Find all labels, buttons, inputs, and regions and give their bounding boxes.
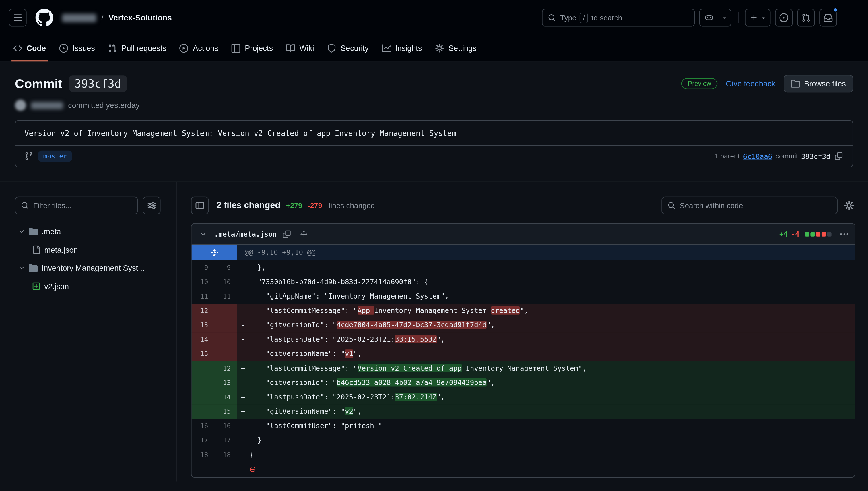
create-new-button[interactable] — [745, 9, 771, 27]
expand-hunk-button[interactable] — [192, 245, 237, 260]
copilot-dropdown-button[interactable] — [718, 9, 731, 26]
copy-file-path-button[interactable] — [282, 229, 292, 239]
global-nav-menu-button[interactable] — [9, 9, 27, 27]
user-avatar[interactable] — [841, 9, 859, 27]
no-newline-icon: ⊖ — [249, 464, 256, 474]
commit-meta-row: master 1 parent 6c10aa6 commit 393cf3d — [16, 146, 852, 167]
tab-actions[interactable]: Actions — [174, 35, 224, 61]
new-line-number — [214, 347, 237, 361]
new-line-number: 17 — [214, 433, 237, 447]
diff-block-neutral — [827, 232, 831, 236]
diff-file-path: .meta/meta.json — [214, 230, 277, 238]
commit-author-row: committed yesterday — [15, 99, 853, 111]
search-within-code-text-input[interactable] — [680, 201, 832, 210]
diff-line-del: 15- "gitVersionName": "v1", — [192, 347, 855, 361]
file-filter-options-button[interactable] — [143, 197, 161, 214]
kebab-icon — [840, 230, 848, 238]
inbox-button[interactable] — [819, 9, 837, 27]
diff-line-del: 13- "gitVersionId": "4cde7004-4a05-47d2-… — [192, 318, 855, 332]
diff-line-add: 14+ "lastpushDate": "2025-02-23T21:37:02… — [192, 390, 855, 404]
chevron-down-icon[interactable] — [19, 228, 25, 235]
unfold-icon — [210, 249, 218, 256]
search-icon — [548, 14, 556, 22]
tab-issues[interactable]: Issues — [54, 35, 100, 61]
github-mark-icon — [35, 9, 53, 27]
breadcrumb-repo-link[interactable]: Vertex-Solutions — [108, 13, 172, 22]
move-icon[interactable] — [300, 230, 308, 238]
diff-line-ctx: 1111 "gitAppName": "Inventory Management… — [192, 289, 855, 304]
file-filter-row — [15, 197, 160, 214]
copy-sha-button[interactable] — [834, 151, 844, 162]
file-options-button[interactable] — [839, 229, 849, 239]
search-within-code-input[interactable] — [661, 197, 837, 214]
breadcrumb-owner-redacted[interactable] — [62, 13, 96, 22]
tab-security[interactable]: Security — [322, 35, 374, 61]
github-commit-page: / Vertex-Solutions Type/to search — [0, 0, 868, 491]
chevron-down-icon[interactable] — [19, 264, 25, 271]
preview-badge: Preview — [682, 78, 718, 89]
old-line-number — [192, 361, 214, 376]
pull-requests-dashboard-button[interactable] — [797, 9, 815, 27]
filter-files-input[interactable] — [15, 197, 138, 214]
diff-code-cell: - "gitVersionId": "4cde7004-4a05-47d2-bc… — [237, 318, 855, 332]
tree-file-item[interactable]: v2.json — [15, 277, 160, 295]
new-line-number — [214, 333, 237, 347]
total-additions: +279 — [286, 201, 303, 210]
parents-label: 1 parent — [714, 152, 740, 160]
filter-files-text-input[interactable] — [33, 201, 132, 210]
toggle-file-tree-button[interactable] — [191, 197, 209, 214]
branch-info: master — [24, 151, 72, 162]
diff-line-ctx: 1010 "7330b16b-b70d-4d9b-b83d-227414a690… — [192, 275, 855, 289]
tab-projects[interactable]: Projects — [226, 35, 278, 61]
copy-icon — [835, 152, 842, 160]
author-name-redacted[interactable] — [31, 102, 63, 109]
inbox-icon — [824, 13, 833, 22]
issues-dashboard-button[interactable] — [775, 9, 793, 27]
parent-commit-link[interactable]: 6c10aa6 — [743, 152, 772, 161]
github-logo[interactable] — [35, 9, 53, 27]
global-search-input[interactable]: Type/to search — [542, 9, 695, 27]
diff-settings-button[interactable] — [843, 200, 855, 212]
tree-file-item[interactable]: meta.json — [15, 240, 160, 259]
collapse-file-button[interactable] — [197, 228, 209, 240]
tab-settings[interactable]: Settings — [430, 35, 482, 61]
file-tree: .metameta.jsonInventory Management Syst.… — [15, 222, 160, 295]
file-deletions: -4 — [791, 230, 799, 238]
tab-insights[interactable]: Insights — [376, 35, 428, 61]
diff-table: @@ -9,10 +9,10 @@99 },1010 "7330b16b-b70… — [192, 245, 855, 477]
author-avatar-redacted[interactable] — [15, 99, 26, 111]
new-line-number: 13 — [214, 376, 237, 390]
give-feedback-link[interactable]: Give feedback — [726, 79, 775, 88]
branch-name[interactable]: master — [38, 151, 72, 162]
gear-icon — [844, 200, 854, 210]
copy-icon — [283, 230, 291, 238]
file-directory-icon — [791, 79, 800, 88]
diff-line-ctx: 1717 } — [192, 433, 855, 447]
new-line-number: 16 — [214, 418, 237, 433]
diff-blocks — [805, 232, 832, 236]
diff-file-header: .meta/meta.json +4 -4 — [192, 224, 855, 244]
hunk-header-row: @@ -9,10 +9,10 @@ — [192, 245, 855, 260]
browse-files-button[interactable]: Browse files — [784, 75, 853, 92]
diff-line-ctx: 99 }, — [192, 260, 855, 275]
diff-line-del: 12- "lastCommitMessage": "App Inventory … — [192, 304, 855, 318]
chevron-down-icon — [761, 15, 766, 20]
global-search-placeholder: Type/to search — [560, 12, 622, 23]
copilot-button[interactable] — [700, 9, 719, 26]
tab-wiki[interactable]: Wiki — [281, 35, 320, 61]
diff-code-cell: "gitAppName": "Inventory Management Syst… — [237, 289, 855, 304]
tab-code[interactable]: Code — [8, 35, 51, 61]
new-line-number: 15 — [214, 404, 237, 418]
commit-page-main: Commit 393cf3d Preview Give feedback Bro… — [0, 75, 868, 481]
diff-code-cell: - "gitVersionName": "v1", — [237, 347, 855, 361]
diff-code-cell: - "lastCommitMessage": "App Inventory Ma… — [237, 304, 855, 318]
shield-icon — [328, 44, 336, 53]
old-line-number: 9 — [192, 260, 214, 275]
sliders-icon — [147, 201, 156, 210]
tab-pull-requests[interactable]: Pull requests — [103, 35, 172, 61]
tree-folder-item[interactable]: .meta — [15, 222, 160, 241]
diff-added-icon — [32, 282, 40, 290]
new-line-number: 11 — [214, 289, 237, 304]
tree-folder-item[interactable]: Inventory Management Syst... — [15, 259, 160, 277]
new-line-number: 9 — [214, 260, 237, 275]
